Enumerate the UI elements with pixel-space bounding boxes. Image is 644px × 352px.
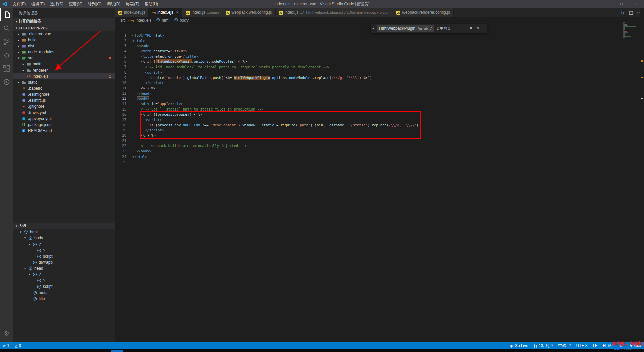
- project-section-header[interactable]: ▾ ELECTRON-VUE: [13, 25, 115, 31]
- run-icon[interactable]: ▷: [622, 10, 625, 15]
- find-replace-toggle-icon[interactable]: ▸: [371, 24, 376, 33]
- outline-item-meta[interactable]: meta: [13, 290, 115, 296]
- breadcrumb-item-body[interactable]: body: [174, 18, 189, 23]
- minimap[interactable]: [623, 22, 639, 39]
- source-control-icon[interactable]: [0, 35, 13, 48]
- whole-word-icon[interactable]: ab: [423, 26, 428, 31]
- menu-item[interactable]: 帮助(H): [142, 0, 161, 8]
- outline-item-title[interactable]: title: [13, 296, 115, 302]
- tree-item-main[interactable]: ▸main: [13, 61, 115, 67]
- tab-index.js[interactable]: JSindex.js...\_html-webpack-plugin@3.2.0…: [276, 8, 393, 17]
- split-editor-icon[interactable]: ◫: [629, 10, 633, 15]
- maximize-button[interactable]: □: [614, 0, 629, 8]
- code-line-21[interactable]: 21: [115, 138, 623, 144]
- outline-item-html[interactable]: ▾html: [13, 229, 115, 235]
- tree-item-static[interactable]: ▸static: [13, 79, 115, 85]
- tree-item-.travis.yml[interactable]: .travis.yml: [13, 109, 115, 116]
- code-line-24[interactable]: 24</html>: [115, 154, 623, 160]
- tab-webpack.web.config.js[interactable]: JSwebpack.web.config.js: [222, 8, 275, 17]
- minimize-button[interactable]: ─: [599, 0, 614, 8]
- tree-item-build[interactable]: ▸build: [13, 37, 115, 43]
- search-icon[interactable]: [0, 21, 13, 35]
- code-line-15[interactable]: 15 <!-- Set `__static` path to static fi…: [115, 107, 623, 112]
- tab-index.js[interactable]: JSindex.js...\main: [182, 8, 223, 17]
- menu-item[interactable]: 文件(F): [10, 0, 29, 8]
- menu-item[interactable]: 终端(T): [123, 0, 142, 8]
- tree-item-renderer[interactable]: ▸renderer: [13, 67, 115, 73]
- outline-item-?[interactable]: ▾?: [13, 241, 115, 247]
- code-line-13[interactable]: 13 <body>: [115, 96, 623, 101]
- code-line-20[interactable]: 20 <% } %>: [115, 133, 623, 138]
- code-line-17[interactable]: 17 <script>: [115, 117, 623, 123]
- regex-icon[interactable]: .*: [429, 26, 433, 31]
- code-line-6[interactable]: 6 <% if (htmlWebpackPlugin.options.nodeM…: [115, 59, 623, 64]
- outline-item-body[interactable]: ▾body: [13, 235, 115, 241]
- open-editors-section-header[interactable]: ▸ 打开的编辑器: [13, 18, 115, 25]
- code-line-12[interactable]: 12 </head>: [115, 91, 623, 96]
- menu-item[interactable]: 编辑(E): [29, 0, 47, 8]
- tree-item-appveyor.yml[interactable]: appveyor.yml: [13, 116, 115, 122]
- explorer-icon[interactable]: [0, 8, 13, 21]
- code-line-7[interactable]: 7 <!-- Add `node_modules/` to global pat…: [115, 64, 623, 70]
- code-line-10[interactable]: 10 </script>: [115, 80, 623, 86]
- tree-item-.eslintrc.js[interactable]: .eslintrc.js: [13, 97, 115, 103]
- status-right-Prettier[interactable]: Prettier: [626, 342, 644, 349]
- find-close-icon[interactable]: ×: [475, 25, 481, 31]
- outline-item-?[interactable]: ?: [13, 277, 115, 283]
- find-in-selection-icon[interactable]: ≡: [468, 25, 474, 31]
- tab-index.dev.js[interactable]: JSindex.dev.js: [115, 8, 149, 17]
- status-right--2[interactable]: 空格: 2: [555, 342, 573, 349]
- code-line-18[interactable]: 18 if (process.env.NODE_ENV !== 'develop…: [115, 123, 623, 128]
- outline-section-header[interactable]: ▾ 大纲: [13, 223, 115, 229]
- code-line-1[interactable]: 1<!DOCTYPE html>: [115, 33, 623, 38]
- extensions-icon[interactable]: [0, 62, 13, 75]
- tab-index.ejs[interactable]: <%index.ejs×: [149, 8, 182, 17]
- code-line-11[interactable]: 11 <% } %>: [115, 86, 623, 91]
- status-left-error-icon[interactable]: ⊗1: [0, 342, 12, 349]
- overview-ruler[interactable]: [640, 8, 644, 342]
- menu-item[interactable]: 转到(G): [85, 0, 104, 8]
- status-right-HTML[interactable]: HTML: [600, 342, 616, 349]
- status-right-smiley-icon[interactable]: ☺: [616, 342, 626, 349]
- status-right--13-9[interactable]: 行 13, 列 9: [531, 342, 555, 349]
- code-line-22[interactable]: 22 <!-- webpack builds are automatically…: [115, 143, 623, 149]
- tree-item-README.md[interactable]: iREADME.md: [13, 128, 115, 134]
- code-line-19[interactable]: 19 </script>: [115, 128, 623, 133]
- find-previous-icon[interactable]: ←: [453, 25, 459, 31]
- code-line-16[interactable]: 16 <% if (!process.browser) { %>: [115, 112, 623, 117]
- menu-item[interactable]: 选择(S): [47, 0, 66, 8]
- outline-item-?[interactable]: ?: [13, 247, 115, 253]
- tree-item-.electron-vue[interactable]: ▸.electron-vue: [13, 31, 115, 37]
- code-line-8[interactable]: 8 <script>: [115, 70, 623, 75]
- tree-item-node_modules[interactable]: ▸node_modules: [13, 49, 115, 55]
- debug-icon[interactable]: [0, 48, 13, 62]
- tree-item-package.json[interactable]: {}package.json: [13, 122, 115, 128]
- status-right-Go-Live[interactable]: ◉Go Live: [507, 342, 531, 349]
- tab-webpack.renderer.config.js[interactable]: JSwebpack.renderer.config.js: [393, 8, 454, 17]
- outline-item-head[interactable]: ▾head: [13, 265, 115, 271]
- code-line-14[interactable]: 14 <div id="app"></div>: [115, 101, 623, 107]
- close-button[interactable]: ×: [629, 0, 644, 8]
- tree-item-index.ejs[interactable]: <%index.ejs1: [13, 73, 115, 79]
- breadcrumb-item-src[interactable]: src: [120, 18, 126, 23]
- tree-item-dist[interactable]: ▸dist: [13, 43, 115, 49]
- code-area[interactable]: 1<!DOCTYPE html>2<html>3 <head>4 <meta c…: [115, 24, 623, 342]
- menu-item[interactable]: 查看(V): [66, 0, 85, 8]
- tree-item-.babelrc[interactable]: B.babelrc: [13, 85, 115, 91]
- menu-item[interactable]: 调试(D): [104, 0, 123, 8]
- code-line-23[interactable]: 23 </body>: [115, 149, 623, 154]
- code-line-5[interactable]: 5 <title>electron-vue</title>: [115, 54, 623, 59]
- gear-icon[interactable]: ⚙: [0, 326, 13, 340]
- code-line-4[interactable]: 4 <meta charset="utf-8">: [115, 49, 623, 54]
- outline-item-div#app[interactable]: div#app: [13, 259, 115, 265]
- live-share-icon[interactable]: [0, 75, 13, 89]
- status-right-LF[interactable]: LF: [590, 342, 600, 349]
- code-line-3[interactable]: 3 <head>: [115, 43, 623, 49]
- code-line-9[interactable]: 9 require('module').globalPaths.push("<%…: [115, 75, 623, 81]
- tree-item-src[interactable]: ▾src: [13, 55, 115, 61]
- tree-item-.gitignore[interactable]: ◆.gitignore: [13, 103, 115, 109]
- find-next-icon[interactable]: →: [460, 25, 466, 31]
- tree-item-.eslintignore[interactable]: .eslintignore: [13, 91, 115, 97]
- outline-item-?[interactable]: ▾?: [13, 271, 115, 277]
- match-case-icon[interactable]: Aa: [417, 26, 422, 31]
